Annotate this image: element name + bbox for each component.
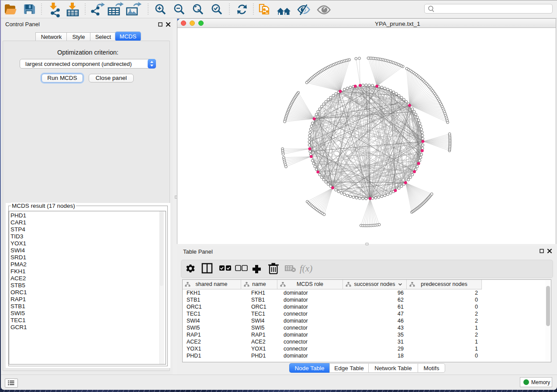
svg-text:f(x): f(x) bbox=[300, 263, 312, 274]
